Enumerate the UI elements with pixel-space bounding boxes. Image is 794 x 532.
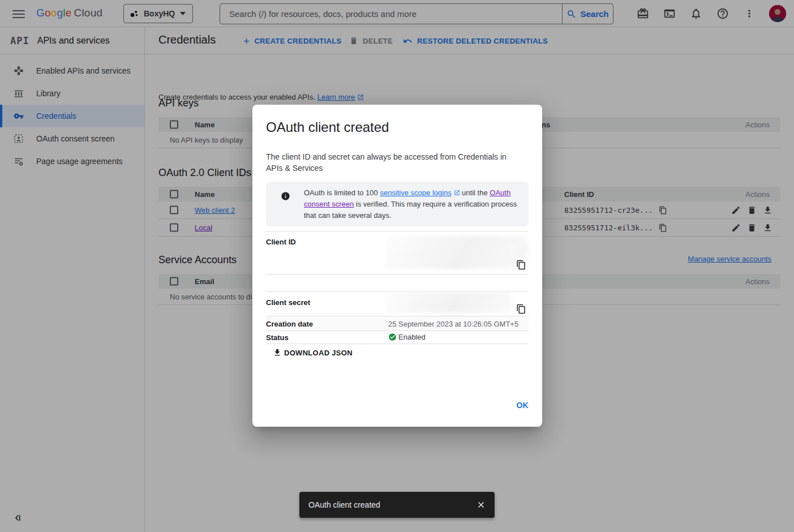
client-secret-redacted-value <box>385 293 512 313</box>
toast-snackbar: OAuth client created <box>299 492 495 518</box>
info-icon <box>281 191 290 201</box>
toast-message: OAuth client created <box>308 500 476 509</box>
copy-icon[interactable] <box>516 304 526 314</box>
client-id-redacted-value <box>385 236 527 269</box>
check-circle-icon <box>388 333 397 341</box>
external-link-icon <box>454 190 460 196</box>
sensitive-scope-logins-link[interactable]: sensitive scope logins <box>380 188 451 197</box>
creation-date-value: 25 September 2023 at 10:26:05 GMT+5 <box>388 320 518 328</box>
spacer-row <box>266 274 529 292</box>
download-json-button[interactable]: DOWNLOAD JSON <box>273 348 353 357</box>
oauth-client-created-dialog: OAuth client created The client ID and s… <box>252 105 542 427</box>
info-banner-text: OAuth is limited to 100 sensitive scope … <box>304 187 526 221</box>
copy-icon[interactable] <box>516 260 526 270</box>
client-id-label: Client ID <box>266 238 296 246</box>
status-value: Enabled <box>398 333 426 341</box>
dialog-body-text: The client ID and secret can always be a… <box>266 151 522 174</box>
close-icon[interactable] <box>476 500 486 510</box>
creation-date-row: Creation date 25 September 2023 at 10:26… <box>266 316 529 331</box>
dialog-title: OAuth client created <box>266 119 389 135</box>
info-banner: OAuth is limited to 100 sensitive scope … <box>266 182 529 226</box>
client-id-redacted-value <box>512 247 529 257</box>
status-label: Status <box>266 333 289 342</box>
download-icon <box>273 348 282 357</box>
info-text-segment: OAuth is limited to 100 <box>304 188 380 197</box>
client-secret-label: Client secret <box>266 298 310 307</box>
google-cloud-console: GoogleCloud BoxyHQ Search AP <box>0 0 794 532</box>
status-row: Status Enabled <box>266 331 529 344</box>
ok-button[interactable]: OK <box>516 401 529 410</box>
download-json-label: DOWNLOAD JSON <box>284 349 353 357</box>
info-text-segment: until the <box>460 188 490 197</box>
status-cell: Enabled <box>388 333 426 341</box>
creation-date-label: Creation date <box>266 320 313 328</box>
